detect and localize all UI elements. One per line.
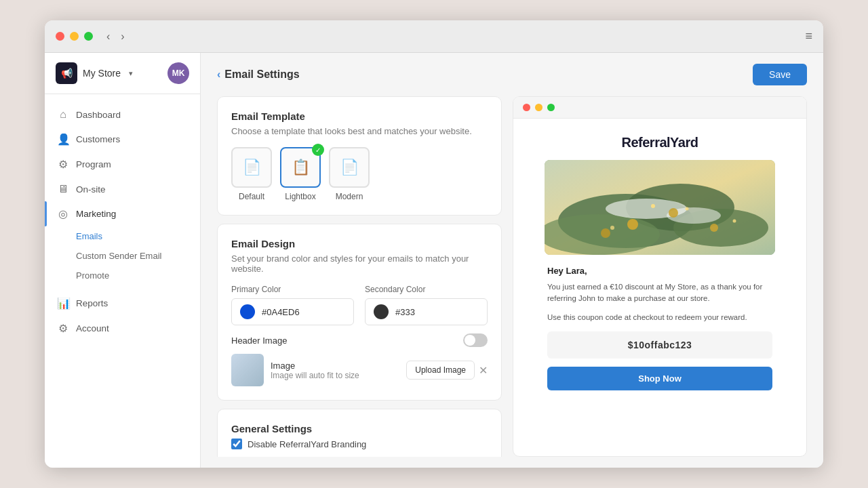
preview-panel: ReferralYard [513,96,807,457]
template-label-lightbox: Lightbox [285,192,315,201]
general-settings-card: General Settings Disable ReferralYard Br… [217,409,502,457]
card-desc: Choose a template that looks best and ma… [231,126,488,136]
titlebar: ‹ › ≡ [45,20,823,53]
content-header: ‹ Email Settings Save [201,53,823,96]
svg-point-12 [686,207,689,211]
header-image-toggle[interactable] [463,333,488,347]
marketing-icon: ◎ [57,207,69,220]
forward-arrow-button[interactable]: › [118,29,127,44]
preview-traffic-lights [513,97,806,119]
sub-nav-item-promote[interactable]: Promote [76,266,200,285]
svg-point-14 [733,220,736,223]
image-name: Image [271,361,399,371]
sidebar-item-onsite[interactable]: 🖥 On-site [45,177,200,201]
template-icon-lightbox: 📋 ✓ [280,147,321,188]
sidebar-item-label: Account [76,323,109,333]
sub-nav-item-emails[interactable]: Emails [76,226,200,246]
svg-point-11 [651,204,655,208]
template-option-default[interactable]: 📄 Default [231,147,272,201]
template-label-modern: Modern [336,192,363,201]
card-desc-design: Set your brand color and styles for your… [231,253,488,274]
store-name: My Store [83,68,121,79]
sidebar-item-account[interactable]: ⚙ Account [45,316,200,341]
secondary-color-group: Secondary Color #333 [365,285,488,325]
content-area: ‹ Email Settings Save Email Template Cho… [201,53,823,468]
disable-branding-checkbox[interactable] [231,439,242,449]
svg-point-10 [601,228,610,238]
template-option-modern[interactable]: 📄 Modern [329,147,370,201]
customers-icon: 👤 [57,133,69,146]
maximize-button[interactable] [84,32,93,41]
sidebar-item-marketing[interactable]: ◎ Marketing [45,201,200,226]
page-title: Email Settings [224,68,299,81]
menu-icon[interactable]: ≡ [805,29,812,43]
sidebar-nav: ⌂ Dashboard 👤 Customers ⚙ Program 🖥 On-s… [45,94,200,468]
close-upload-icon[interactable]: ✕ [479,364,488,377]
image-thumb-inner [231,354,264,386]
image-upload-row: Image Image will auto fit to size Upload… [231,354,488,386]
content-body: Email Template Choose a template that lo… [201,96,823,468]
preview-close-dot [523,104,530,111]
sidebar-item-dashboard[interactable]: ⌂ Dashboard [45,102,200,127]
sidebar-header: 📢 My Store ▾ MK [45,53,200,94]
upload-image-button[interactable]: Upload Image [406,361,475,380]
primary-color-swatch [240,304,255,319]
template-check-icon: ✓ [312,144,324,156]
close-button[interactable] [56,32,64,41]
email-brand: ReferralYard [545,135,775,150]
program-icon: ⚙ [57,158,69,171]
back-button[interactable]: ‹ [217,68,220,81]
shop-now-button[interactable]: Shop Now [547,367,772,390]
sub-nav: Emails Custom Sender Email Promote [45,226,200,285]
secondary-color-input[interactable]: #333 [365,298,488,325]
email-template-card: Email Template Choose a template that lo… [217,96,502,216]
sidebar-item-label: Program [76,159,111,169]
svg-point-13 [610,226,614,230]
back-arrow-button[interactable]: ‹ [104,29,113,44]
image-info: Image Image will auto fit to size [271,361,399,380]
template-lightbox-icon: 📋 [292,159,310,176]
header-image-row: Header Image [231,333,488,347]
card-title-design: Email Design [231,238,488,249]
svg-point-8 [669,208,678,218]
checkbox-row: Disable ReferralYard Branding [231,439,488,449]
primary-color-input[interactable]: #0A4ED6 [231,298,354,325]
preview-minimize-dot [535,104,542,111]
avatar[interactable]: MK [167,62,189,84]
secondary-color-label: Secondary Color [365,285,488,294]
home-icon: ⌂ [57,108,69,121]
template-modern-icon: 📄 [340,159,359,176]
template-option-lightbox[interactable]: 📋 ✓ Lightbox [280,147,321,201]
store-logo: 📢 [56,62,77,84]
store-dropdown-icon[interactable]: ▾ [129,69,133,78]
primary-color-hex: #0A4ED6 [262,307,300,317]
sidebar-item-label: Marketing [76,209,116,219]
email-body-text2: Use this coupon code at checkout to rede… [547,312,772,323]
image-thumbnail [231,354,264,386]
email-greeting: Hey Lara, [547,266,772,276]
sub-nav-item-custom-sender[interactable]: Custom Sender Email [76,246,200,266]
sub-nav-label: Custom Sender Email [76,251,161,261]
email-preview: ReferralYard [545,135,775,390]
sub-nav-label: Emails [76,231,102,241]
save-button[interactable]: Save [753,64,807,85]
secondary-color-hex: #333 [395,307,415,317]
sub-nav-label: Promote [76,270,109,281]
minimize-button[interactable] [70,32,79,41]
sidebar-item-customers[interactable]: 👤 Customers [45,127,200,152]
sidebar-item-label: Dashboard [76,110,121,120]
primary-color-group: Primary Color #0A4ED6 [231,285,354,325]
card-title-general: General Settings [231,423,488,434]
settings-panel: Email Template Choose a template that lo… [217,96,502,457]
sidebar: 📢 My Store ▾ MK ⌂ Dashboard 👤 Customers … [45,53,201,468]
template-icon-default: 📄 [231,147,272,188]
upload-btn-wrap: Upload Image ✕ [406,361,488,380]
onsite-icon: 🖥 [57,183,69,195]
sidebar-item-label: Customers [76,134,120,144]
sidebar-item-program[interactable]: ⚙ Program [45,152,200,177]
nav-arrows: ‹ › [104,29,127,44]
preview-maximize-dot [547,104,555,111]
email-body: Hey Lara, You just earned a €10 discount… [545,266,775,390]
sidebar-item-reports[interactable]: 📊 Reports [45,291,200,316]
email-hero-image [545,160,775,255]
